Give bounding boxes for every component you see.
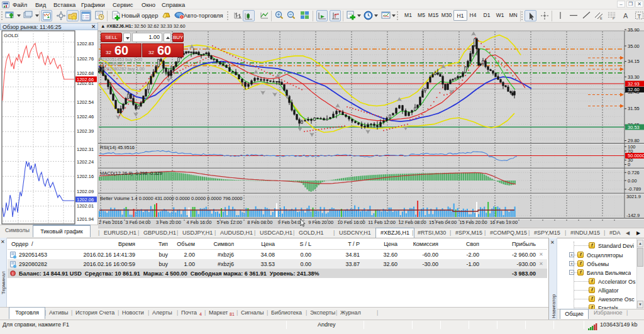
svg-text:0.726: 0.726 [628,170,640,175]
svg-text:E: E [600,16,602,20]
svg-text:35.90: 35.90 [628,27,640,33]
svg-text:1202.06: 1202.06 [77,197,94,203]
svg-text:Better Volume 1.4 0.0000 431.0: Better Volume 1.4 0.0000 431.0000 0.0000… [100,196,242,201]
svg-text:T: T [638,13,641,19]
svg-text:32.93: 32.93 [628,81,640,87]
svg-text:3 Feb 04:00: 3 Feb 04:00 [125,220,150,225]
svg-text:1201.94: 1201.94 [77,216,94,222]
svg-text:34.15: 34.15 [628,58,640,64]
svg-text:1202.31: 1202.31 [77,147,94,152]
svg-text:1202.39: 1202.39 [77,128,94,134]
svg-text:1202.24: 1202.24 [77,159,94,165]
svg-text:-0.789: -0.789 [628,186,641,192]
svg-text:A: A [623,12,628,19]
svg-text:3021.9: 3021.9 [626,194,641,199]
svg-text:0.00: 0.00 [628,178,637,184]
svg-text:30.53: 30.53 [628,125,640,130]
svg-text:1202.66: 1202.66 [77,77,94,82]
svg-text:1202.16: 1202.16 [77,174,94,179]
svg-text:2 Feb 2016: 2 Feb 2016 [99,220,123,225]
svg-text:MACD(12.26.9) -0.298 -0.329: MACD(12.26.9) -0.298 -0.329 [100,170,162,176]
svg-text:16 Feb 19:00: 16 Feb 19:00 [490,220,518,225]
svg-text:0: 0 [628,162,630,167]
svg-text:RSI(14) 45.9516: RSI(14) 45.9516 [100,145,135,150]
svg-text:5 Feb 12:00: 5 Feb 12:00 [217,220,242,225]
svg-text:·292080282: ·292080282 [101,62,124,66]
svg-text:1202.46: 1202.46 [77,114,94,120]
svg-text:33.30: 33.30 [628,74,640,80]
svg-text:29.80: 29.80 [628,138,640,143]
svg-text:1202.09: 1202.09 [77,189,94,194]
svg-text:GOLD: GOLD [4,33,18,38]
svg-text:F: F [613,16,615,20]
svg-text:1202.54: 1202.54 [77,99,94,105]
svg-text:#292080282 buy 1.00: #292080282 buy 1.00 [102,67,145,72]
svg-text:11 Feb 12:00: 11 Feb 12:00 [368,220,396,225]
svg-text:1202.83: 1202.83 [77,41,94,47]
svg-text:12 Feb 08:00: 12 Feb 08:00 [398,220,426,225]
svg-text:1202.68: 1202.68 [77,70,94,76]
svg-text:32.60: 32.60 [628,87,640,92]
svg-text:9 Feb 20:00: 9 Feb 20:00 [308,220,333,225]
svg-text:▲ #XBZJ6.H1: 32.50 32.62 32.33: ▲ #XBZJ6.H1: 32.50 32.62 32.33 32.60 [101,23,186,29]
svg-text:35.00: 35.00 [628,43,640,49]
svg-text:8 Feb 08:00: 8 Feb 08:00 [247,220,272,225]
svg-text:-142.9: -142.9 [626,213,640,218]
svg-text:4 Feb 16:00: 4 Feb 16:00 [186,220,211,225]
svg-text:1202.76: 1202.76 [77,56,94,62]
svg-text:9 Feb 04:00: 9 Feb 04:00 [278,220,303,225]
svg-text:3 Feb 20:00: 3 Feb 20:00 [156,220,181,225]
svg-text:31.55: 31.55 [628,106,640,111]
svg-text:1202.01: 1202.01 [77,203,94,209]
svg-text:15 Feb 04:00: 15 Feb 04:00 [429,220,457,225]
svg-text:50.0000: 50.0000 [628,153,644,159]
